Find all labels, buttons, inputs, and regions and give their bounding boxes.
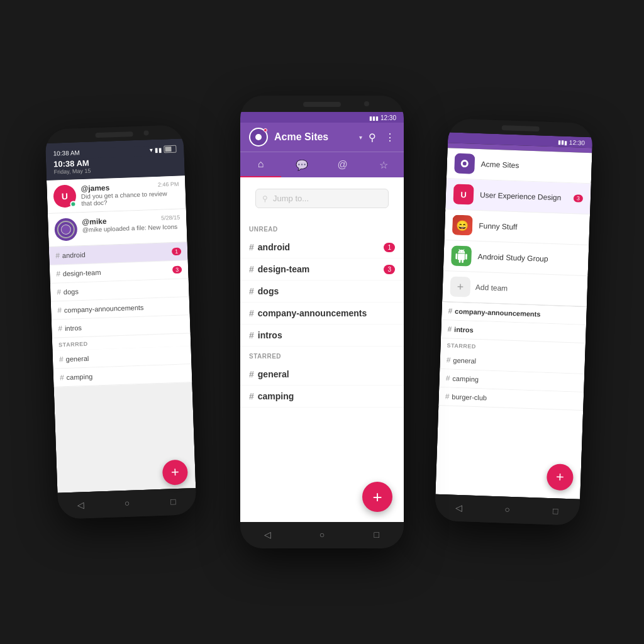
recent-btn-center[interactable]: □ xyxy=(370,528,383,541)
dm-james-msg: Did you get a chance to review that doc? xyxy=(81,190,180,207)
nav-messages[interactable]: 💬 xyxy=(281,152,322,177)
center-nav: ⌂ 💬 @ ☆ xyxy=(240,152,404,177)
channel-design-center[interactable]: # design-team 3 xyxy=(240,258,404,280)
search-bar[interactable]: ⚲ Jump to... xyxy=(255,189,389,208)
channel-camping-center[interactable]: # camping xyxy=(240,386,404,408)
ux-name: User Experience Design xyxy=(480,191,567,203)
right-general-name: general xyxy=(453,357,476,365)
back-btn-right[interactable]: ◁ xyxy=(453,501,466,514)
dm-mike[interactable]: @mike 5/28/15 @mike uploaded a file: New… xyxy=(48,209,187,247)
hash-icon-intros: # xyxy=(58,324,62,333)
team-list: Acme Sites U User Experience Design 3 😄 … xyxy=(442,148,592,307)
mike-avatar-inner xyxy=(57,220,75,238)
hash-right-general: # xyxy=(447,355,451,364)
recent-btn-right[interactable]: □ xyxy=(549,504,562,518)
center-fab[interactable]: + xyxy=(362,482,392,512)
hash-design: # xyxy=(249,264,254,274)
right-speaker xyxy=(502,125,540,131)
team-android[interactable]: Android Study Group xyxy=(443,240,589,276)
left-header: 10:38 AM ▾ ▮▮ 10:38 AM Friday, May 15 xyxy=(45,138,185,180)
starred-label-center: STARRED xyxy=(240,347,404,364)
unread-label: UNREAD xyxy=(240,219,404,236)
hash-camping: # xyxy=(60,373,64,382)
left-content: U @james 2:46 PM Did you get a chance to… xyxy=(47,175,196,492)
add-team[interactable]: + Add team xyxy=(442,271,588,306)
right-ann-name: company-announcements xyxy=(455,308,541,318)
nav-mentions[interactable]: @ xyxy=(322,152,363,177)
funny-icon: 😄 xyxy=(452,215,473,236)
channel-intros-center[interactable]: # intros xyxy=(240,325,404,347)
hash-right-burger: # xyxy=(445,392,450,401)
left-status-icons: ▾ ▮▮ xyxy=(149,145,176,153)
channel-ann-name: company-announcements xyxy=(64,304,144,314)
hash-announcements: # xyxy=(249,308,254,318)
james-status xyxy=(70,201,76,207)
dm-james-info: @james 2:46 PM Did you get a chance to r… xyxy=(80,181,179,207)
search-icon: ⚲ xyxy=(262,194,268,203)
hash-camping-center: # xyxy=(249,391,254,401)
team-acme[interactable]: Acme Sites xyxy=(447,148,592,184)
android-badge-center: 1 xyxy=(384,243,395,252)
hash-android: # xyxy=(249,242,254,252)
hash-icon-ann: # xyxy=(57,306,62,314)
phone-left: 10:38 AM ▾ ▮▮ 10:38 AM Friday, May 15 U xyxy=(45,125,197,519)
home-btn-right[interactable]: ○ xyxy=(501,502,514,516)
channel-announcements-center[interactable]: # company-announcements xyxy=(240,303,404,325)
announcements-channel: company-announcements xyxy=(258,308,367,318)
back-btn-left[interactable]: ◁ xyxy=(74,498,87,511)
right-screen: ▮▮▮ 12:30 Acme Sites xyxy=(435,132,592,499)
wifi-icon: ▾ xyxy=(149,147,152,153)
right-burger-name: burger-club xyxy=(452,393,487,402)
add-icon: + xyxy=(450,276,470,297)
center-status-icons: ▮▮▮ 12:30 xyxy=(369,114,396,121)
channel-android-center[interactable]: # android 1 xyxy=(240,236,404,258)
app-icon xyxy=(249,128,268,147)
center-speaker xyxy=(303,102,341,107)
add-team-label: Add team xyxy=(475,283,508,293)
team-funny[interactable]: 😄 Funny Stuff xyxy=(444,209,590,245)
nav-starred[interactable]: ☆ xyxy=(363,152,404,177)
hash-right-ann: # xyxy=(448,306,452,315)
phone-center: ▮▮▮ 12:30 Acme Sites ▾ ⚲ ⋮ xyxy=(240,96,404,548)
funny-name: Funny Stuff xyxy=(479,221,582,234)
hash-icon-android: # xyxy=(55,251,60,260)
dm-mike-info: @mike 5/28/15 @mike uploaded a file: New… xyxy=(82,214,180,233)
center-screen: ▮▮▮ 12:30 Acme Sites ▾ ⚲ ⋮ xyxy=(240,112,404,522)
center-phone-bottom: ◁ ○ □ xyxy=(240,522,404,548)
nav-home[interactable]: ⌂ xyxy=(240,152,281,177)
more-icon[interactable]: ⋮ xyxy=(385,131,395,143)
right-status-icons: ▮▮▮ 12:30 xyxy=(558,138,585,146)
acme-dot xyxy=(461,160,469,167)
home-btn-center[interactable]: ○ xyxy=(316,528,328,541)
dm-james[interactable]: U @james 2:46 PM Did you get a chance to… xyxy=(47,175,186,214)
general-name: general xyxy=(65,355,89,363)
speaker xyxy=(95,131,133,138)
dropdown-arrow[interactable]: ▾ xyxy=(359,134,362,141)
channel-camping-left[interactable]: # camping xyxy=(53,364,192,387)
hash-general-center: # xyxy=(249,369,254,379)
hash-general: # xyxy=(59,355,64,364)
dm-mike-avatar xyxy=(54,218,77,241)
center-camera xyxy=(364,101,369,106)
team-ux[interactable]: U User Experience Design 3 xyxy=(445,179,591,214)
hash-right-camping: # xyxy=(446,374,450,382)
right-phone-bottom: ◁ ○ □ xyxy=(435,494,580,526)
dm-james-time: 2:46 PM xyxy=(158,181,179,191)
center-header-title: Acme Sites xyxy=(274,131,353,143)
design-channel: design-team xyxy=(258,264,309,274)
signal-right: ▮▮▮ xyxy=(558,139,567,146)
search-icon-header[interactable]: ⚲ xyxy=(369,131,376,143)
channel-dogs-center[interactable]: # dogs xyxy=(240,280,404,303)
battery-icon xyxy=(164,145,176,153)
home-btn-left[interactable]: ○ xyxy=(121,496,134,509)
center-status-bar: ▮▮▮ 12:30 xyxy=(240,112,404,123)
back-btn-center[interactable]: ◁ xyxy=(261,528,274,541)
dm-james-avatar: U xyxy=(53,184,76,208)
channel-general-center[interactable]: # general xyxy=(240,364,404,386)
dm-mike-name: @mike xyxy=(82,217,107,226)
acme-avatar xyxy=(454,153,475,174)
center-header: Acme Sites ▾ ⚲ ⋮ xyxy=(240,123,404,152)
center-list: UNREAD # android 1 # design-team 3 # dog… xyxy=(240,219,404,522)
left-screen: 10:38 AM ▾ ▮▮ 10:38 AM Friday, May 15 U xyxy=(45,138,196,492)
recent-btn-left[interactable]: □ xyxy=(167,495,180,508)
